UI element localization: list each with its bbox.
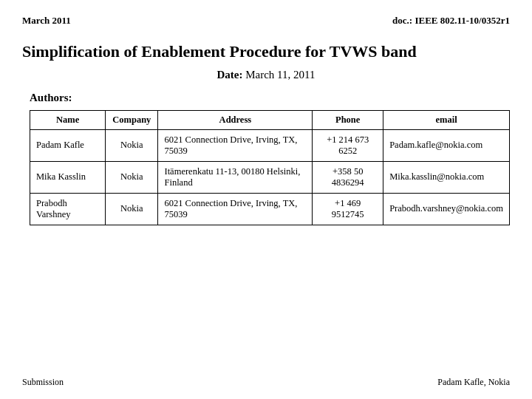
header-date: March 2011 (22, 15, 71, 27)
cell-address: 6021 Connection Drive, Irving, TX, 75039 (158, 129, 313, 161)
cell-company: Nokia (106, 129, 158, 161)
authors-heading: Authors: (30, 92, 510, 104)
cell-email: Padam.kafle@nokia.com (383, 129, 510, 161)
cell-name: Prabodh Varshney (30, 193, 106, 225)
date-label: Date: (216, 69, 242, 81)
cell-company: Nokia (106, 193, 158, 225)
col-header-name: Name (30, 110, 106, 129)
cell-address: Itämerenkatu 11-13, 00180 Helsinki, Finl… (158, 161, 313, 193)
date-value: March 11, 2011 (245, 69, 315, 81)
cell-phone: +1 469 9512745 (313, 193, 383, 225)
cell-name: Padam Kafle (30, 129, 106, 161)
table-row: Prabodh VarshneyNokia6021 Connection Dri… (30, 193, 510, 225)
cell-phone: +1 214 673 6252 (313, 129, 383, 161)
cell-company: Nokia (106, 161, 158, 193)
date-line: Date: March 11, 2011 (22, 69, 510, 81)
footer-left: Submission (22, 377, 64, 388)
page-title: Simplification of Enablement Procedure f… (22, 41, 510, 63)
page: March 2011 doc.: IEEE 802.11-10/0352r1 S… (0, 0, 532, 399)
table-header-row: Name Company Address Phone email (30, 110, 510, 129)
table-row: Mika KasslinNokiaItämerenkatu 11-13, 001… (30, 161, 510, 193)
col-header-phone: Phone (313, 110, 383, 129)
cell-email: Prabodh.varshney@nokia.com (383, 193, 510, 225)
col-header-address: Address (158, 110, 313, 129)
footer-right: Padam Kafle, Nokia (437, 377, 510, 388)
cell-phone: +358 50 4836294 (313, 161, 383, 193)
cell-address: 6021 Connection Drive, Irving, TX, 75039 (158, 193, 313, 225)
authors-section: Authors: Name Company Address Phone emai… (30, 92, 510, 225)
col-header-email: email (383, 110, 510, 129)
footer: Submission Padam Kafle, Nokia (22, 369, 510, 388)
cell-name: Mika Kasslin (30, 161, 106, 193)
header-doc-id: doc.: IEEE 802.11-10/0352r1 (392, 15, 510, 27)
table-row: Padam KafleNokia6021 Connection Drive, I… (30, 129, 510, 161)
cell-email: Mika.kasslin@nokia.com (383, 161, 510, 193)
col-header-company: Company (106, 110, 158, 129)
header: March 2011 doc.: IEEE 802.11-10/0352r1 (22, 15, 510, 27)
authors-table: Name Company Address Phone email Padam K… (30, 110, 510, 225)
